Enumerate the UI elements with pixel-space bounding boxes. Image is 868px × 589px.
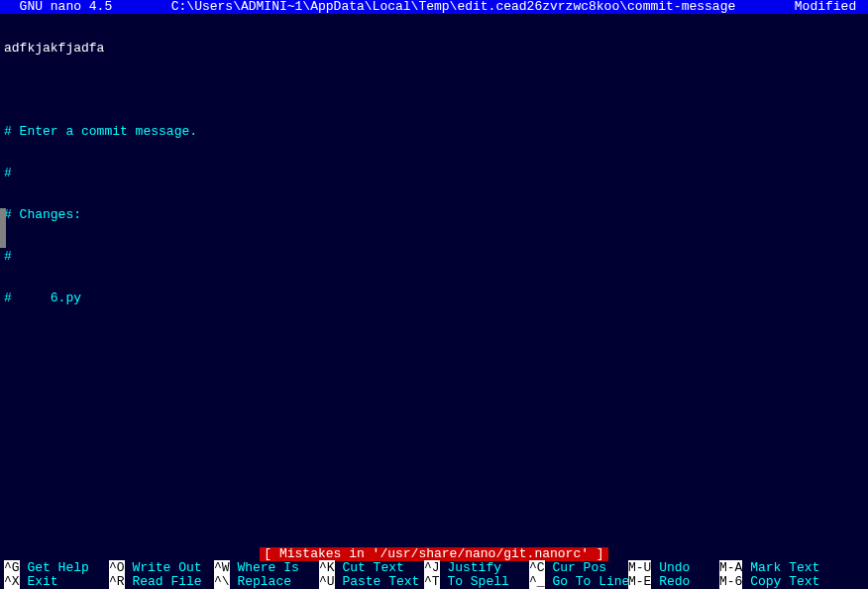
shortcut-cur-pos[interactable]: ^C Cur Pos <box>529 561 628 575</box>
shortcut-to-spell[interactable]: ^T To Spell <box>424 575 529 589</box>
shortcut-read-file[interactable]: ^R Read File <box>109 575 214 589</box>
shortcut-go-to-line[interactable]: ^_ Go To Line <box>529 575 628 589</box>
shortcut-row-2: ^X Exit ^R Read File ^\ Replace ^U Paste… <box>0 575 868 589</box>
text-line: adfkjakfjadfa <box>4 42 864 56</box>
shortcut-exit[interactable]: ^X Exit <box>4 575 109 589</box>
shortcut-write-out[interactable]: ^O Write Out <box>109 561 214 575</box>
editor-area[interactable]: adfkjakfjadfa # Enter a commit message. … <box>0 14 868 319</box>
shortcut-copy-text[interactable]: M-6 Copy Text <box>719 575 824 589</box>
file-path: C:\Users\ADMINI~1\AppData\Local\Temp\edi… <box>112 0 795 14</box>
shortcut-get-help[interactable]: ^G Get Help <box>4 561 109 575</box>
title-bar: GNU nano 4.5 C:\Users\ADMINI~1\AppData\L… <box>0 0 868 14</box>
shortcut-mark-text[interactable]: M-A Mark Text <box>719 561 824 575</box>
shortcut-cut-text[interactable]: ^K Cut Text <box>319 561 424 575</box>
comment-line: # <box>4 167 864 180</box>
app-name: GNU nano 4.5 <box>4 0 112 14</box>
shortcut-redo[interactable]: M-E Redo <box>628 575 719 589</box>
text-line <box>4 83 864 97</box>
shortcut-paste-text[interactable]: ^U Paste Text <box>319 575 424 589</box>
status-message: [ Mistakes in '/usr/share/nano/git.nanor… <box>260 547 607 561</box>
shortcut-justify[interactable]: ^J Justify <box>424 561 529 575</box>
shortcut-row-1: ^G Get Help ^O Write Out ^W Where Is ^K … <box>0 561 868 575</box>
modified-status: Modified <box>795 0 864 14</box>
shortcut-where-is[interactable]: ^W Where Is <box>214 561 319 575</box>
shortcuts-bar: ^G Get Help ^O Write Out ^W Where Is ^K … <box>0 561 868 589</box>
comment-line: # Enter a commit message. <box>4 125 864 139</box>
comment-line: # Changes: <box>4 208 864 222</box>
shortcut-undo[interactable]: M-U Undo <box>628 561 719 575</box>
comment-line: # 6.py <box>4 292 864 305</box>
status-line: [ Mistakes in '/usr/share/nano/git.nanor… <box>0 547 868 561</box>
scrollbar-thumb[interactable] <box>0 208 6 248</box>
comment-line: # <box>4 250 864 264</box>
shortcut-replace[interactable]: ^\ Replace <box>214 575 319 589</box>
